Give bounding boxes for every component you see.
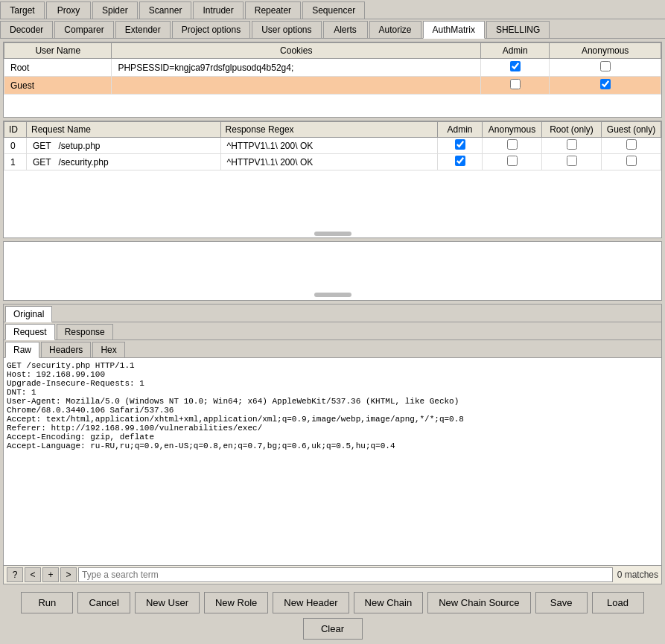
tab-scanner[interactable]: Scanner — [139, 1, 192, 19]
search-bar: ? < + > 0 matches — [4, 565, 661, 584]
request-textarea[interactable]: GET /security.php HTTP/1.1 Host: 192.168… — [4, 358, 661, 565]
prev-button[interactable]: < — [25, 567, 41, 582]
tab-hex[interactable]: Hex — [92, 342, 124, 357]
col-admin: Admin — [481, 43, 550, 59]
req-anon-1[interactable] — [483, 154, 542, 170]
req-path-1: /security.php — [58, 157, 108, 168]
user-anon-guest[interactable] — [550, 77, 661, 95]
original-tab-bar: Original — [4, 305, 661, 322]
new-user-button[interactable]: New User — [135, 592, 200, 613]
col-anonymous: Anonymous — [550, 43, 661, 59]
tab-headers[interactable]: Headers — [41, 342, 91, 357]
load-button[interactable]: Load — [592, 592, 644, 613]
req-admin-0[interactable] — [438, 138, 483, 154]
user-name-guest: Guest — [4, 77, 112, 95]
tab-spider[interactable]: Spider — [92, 1, 138, 19]
col-cookies: Cookies — [112, 43, 481, 59]
tab-decoder[interactable]: Decoder — [0, 21, 53, 38]
tab-authmatrix[interactable]: AuthMatrix — [423, 21, 485, 39]
tab-comparer[interactable]: Comparer — [54, 21, 113, 38]
tab-intruder[interactable]: Intruder — [193, 1, 243, 19]
req-name-1: GET /security.php — [27, 154, 221, 170]
req-regex-1: ^HTTPV1\.1\ 200\ OK — [220, 154, 437, 170]
col-root-only: Root (only) — [542, 122, 602, 138]
tab-user-options[interactable]: User options — [252, 21, 321, 38]
tab-alerts[interactable]: Alerts — [323, 21, 368, 38]
checkbox-anon-guest[interactable] — [600, 79, 611, 89]
tab-row-2: Decoder Comparer Extender Project option… — [0, 19, 665, 39]
col-username: User Name — [4, 43, 112, 59]
user-cookies-root: PHPSESSID=kngjca97rdsfglpusodq4b52g4; — [112, 59, 481, 77]
col-id: ID — [4, 122, 27, 138]
req-guest-1[interactable] — [602, 154, 661, 170]
tab-response[interactable]: Response — [57, 324, 113, 339]
user-admin-guest[interactable] — [481, 77, 550, 95]
new-role-button[interactable]: New Role — [204, 592, 268, 613]
col-guest-only: Guest (only) — [602, 122, 661, 138]
run-button[interactable]: Run — [21, 592, 73, 613]
tab-shelling[interactable]: SHELLING — [486, 21, 550, 38]
search-input[interactable] — [78, 567, 613, 582]
checkbox-req-anon-1[interactable] — [507, 156, 518, 166]
checkbox-anon-root[interactable] — [600, 61, 611, 71]
toolbar-area: Run Cancel New User New Role New Header … — [0, 584, 665, 644]
req-id-1: 1 — [4, 154, 27, 170]
requests-empty-space — [4, 170, 661, 230]
req-root-1[interactable] — [542, 154, 602, 170]
user-cookies-guest — [112, 77, 481, 95]
mid-scroll-area — [4, 242, 661, 300]
tab-repeater[interactable]: Repeater — [245, 1, 301, 19]
request-row-1: 1 GET /security.php ^HTTPV1\.1\ 200\ OK — [4, 154, 661, 170]
col-req-admin: Admin — [438, 122, 483, 138]
clear-button[interactable]: Clear — [303, 618, 363, 640]
mid-scroll-handle — [314, 293, 351, 297]
users-section: User Name Cookies Admin Anonymous Root P… — [3, 42, 662, 118]
next-button[interactable]: > — [60, 567, 77, 582]
tab-request[interactable]: Request — [5, 324, 55, 340]
new-chain-source-button[interactable]: New Chain Source — [427, 592, 530, 613]
requests-section: ID Request Name Response Regex Admin Ano… — [3, 121, 662, 238]
tab-original[interactable]: Original — [5, 306, 52, 322]
tab-target[interactable]: Target — [0, 1, 45, 19]
user-name-root: Root — [4, 59, 112, 77]
clear-row: Clear — [0, 618, 665, 644]
tab-sequencer[interactable]: Sequencer — [302, 1, 365, 19]
checkbox-admin-guest[interactable] — [510, 79, 521, 89]
checkbox-req-admin-1[interactable] — [455, 156, 465, 166]
tab-extender[interactable]: Extender — [115, 21, 171, 38]
req-resp-tab-bar: Request Response — [4, 322, 661, 340]
checkbox-guest-1[interactable] — [626, 156, 637, 166]
col-request-name: Request Name — [27, 122, 221, 138]
new-chain-button[interactable]: New Chain — [354, 592, 424, 613]
req-method-1: GET — [33, 157, 51, 168]
req-anon-0[interactable] — [483, 138, 542, 154]
checkbox-guest-0[interactable] — [626, 139, 637, 150]
checkbox-root-1[interactable] — [567, 156, 577, 166]
match-count: 0 matches — [617, 570, 658, 580]
tab-proxy[interactable]: Proxy — [46, 1, 91, 19]
req-path-0: /setup.php — [58, 141, 100, 151]
req-guest-0[interactable] — [602, 138, 661, 154]
new-header-button[interactable]: New Header — [273, 592, 349, 613]
req-admin-1[interactable] — [438, 154, 483, 170]
save-button[interactable]: Save — [535, 592, 588, 613]
user-row-guest: Guest — [4, 77, 661, 95]
col-regex: Response Regex — [220, 122, 437, 138]
bottom-panel: Original Request Response Raw Headers He… — [3, 304, 662, 584]
checkbox-admin-root[interactable] — [510, 61, 521, 71]
user-anon-root[interactable] — [550, 59, 661, 77]
tab-row-1: Target Proxy Spider Scanner Intruder Rep… — [0, 0, 665, 19]
tab-raw[interactable]: Raw — [5, 342, 39, 358]
users-table: User Name Cookies Admin Anonymous Root P… — [4, 42, 661, 95]
scroll-handle — [314, 232, 351, 236]
tab-project-options[interactable]: Project options — [172, 21, 250, 38]
user-admin-root[interactable] — [481, 59, 550, 77]
checkbox-req-admin-0[interactable] — [455, 139, 465, 150]
cancel-button[interactable]: Cancel — [77, 592, 130, 613]
checkbox-root-0[interactable] — [567, 139, 577, 150]
add-button[interactable]: + — [42, 567, 59, 582]
req-root-0[interactable] — [542, 138, 602, 154]
help-button[interactable]: ? — [7, 567, 23, 582]
tab-autorize[interactable]: Autorize — [369, 21, 421, 38]
checkbox-req-anon-0[interactable] — [507, 139, 518, 150]
